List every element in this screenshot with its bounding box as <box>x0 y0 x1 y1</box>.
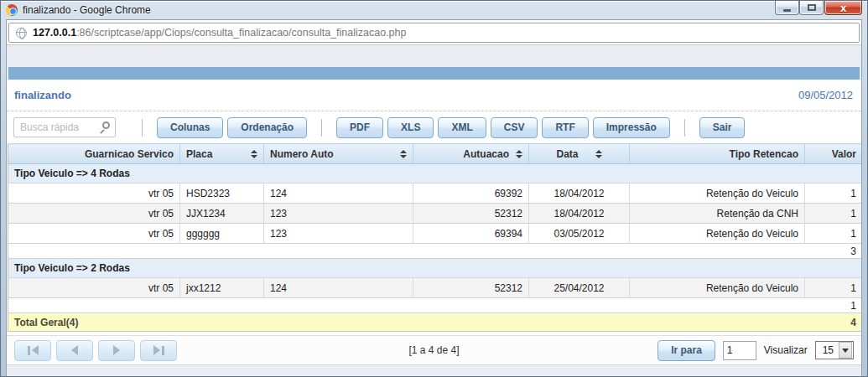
window-controls: x <box>775 1 862 19</box>
table-row: vtr 05 gggggg 123 69394 03/05/2012 Reten… <box>8 224 863 244</box>
next-page-icon <box>113 345 120 355</box>
column-header-data[interactable]: Data <box>529 144 630 164</box>
close-icon: x <box>840 3 846 13</box>
xls-button[interactable]: XLS <box>387 117 434 138</box>
sort-icon[interactable] <box>251 150 257 158</box>
globe-icon <box>16 28 27 39</box>
chevron-down-icon[interactable] <box>839 342 852 359</box>
page-top-band <box>7 45 861 67</box>
table-header-row: Guarnicao Servico Placa Numero Auto Autu… <box>8 144 863 164</box>
page-size-label: Visualizar <box>764 344 808 356</box>
last-page-icon <box>153 345 160 355</box>
sort-icon[interactable] <box>595 150 602 158</box>
page-size-select[interactable]: 15 <box>815 341 854 359</box>
url-bar: 127.0.0.1:86/scriptcase/app/Ciops/consul… <box>7 20 861 45</box>
header-date: 09/05/2012 <box>798 89 853 101</box>
print-button[interactable]: Impressão <box>593 117 670 138</box>
maximize-icon <box>808 4 816 11</box>
title-bar: finalizando - Google Chrome x <box>1 1 867 19</box>
sorting-button[interactable]: Ordenação <box>227 117 307 138</box>
minimize-icon <box>783 9 791 12</box>
first-page-icon <box>32 345 39 355</box>
page-bottom-band <box>7 365 861 376</box>
group-subtotal-row: 1 <box>8 298 863 313</box>
group-subtotal-row: 3 <box>8 244 863 259</box>
column-header-placa[interactable]: Placa <box>180 144 264 164</box>
app-area: finalizando 09/05/2012 Colunas Ordenação… <box>7 80 861 376</box>
app-header: finalizando 09/05/2012 <box>7 80 861 111</box>
sort-icon[interactable] <box>400 150 407 158</box>
address-box[interactable]: 127.0.0.1:86/scriptcase/app/Ciops/consul… <box>8 23 860 43</box>
csv-button[interactable]: CSV <box>491 117 538 138</box>
xml-button[interactable]: XML <box>438 117 486 138</box>
url-text: 127.0.0.1:86/scriptcase/app/Ciops/consul… <box>33 27 406 39</box>
minimize-button[interactable] <box>775 1 799 15</box>
previous-page-button[interactable] <box>56 340 93 361</box>
previous-page-icon <box>71 345 78 355</box>
first-page-button[interactable] <box>14 340 51 361</box>
toolbar-divider <box>684 119 685 137</box>
grand-total-row: Total Geral(4) 4 <box>8 313 863 332</box>
search-input[interactable] <box>13 117 116 137</box>
last-page-button[interactable] <box>140 340 177 361</box>
grand-total-value: 4 <box>805 313 863 332</box>
toolbar-divider <box>321 119 322 137</box>
close-button[interactable]: x <box>824 1 862 15</box>
maximize-button[interactable] <box>799 1 824 15</box>
browser-content: 127.0.0.1:86/scriptcase/app/Ciops/consul… <box>6 19 862 376</box>
browser-window: finalizando - Google Chrome x 127.0.0.1:… <box>0 0 868 377</box>
table-row: vtr 05 HSD2323 124 69392 18/04/2012 Rete… <box>8 183 863 204</box>
group-subtotal-value: 3 <box>805 244 863 259</box>
page-size-value: 15 <box>816 344 839 356</box>
accent-bar <box>8 67 860 80</box>
window-title: finalizando - Google Chrome <box>23 4 151 16</box>
url-host: 127.0.0.1 <box>33 27 76 39</box>
pagination-bar: [1 a 4 de 4] Ir para Visualizar 15 <box>7 335 861 365</box>
next-page-button[interactable] <box>98 340 135 361</box>
table-row: vtr 05 JJX1234 123 52312 18/04/2012 Rete… <box>8 204 863 224</box>
columns-button[interactable]: Colunas <box>157 117 223 138</box>
url-path: :86/scriptcase/app/Ciops/consulta_finali… <box>76 27 406 39</box>
column-header-guarnicao: Guarnicao Servico <box>8 144 180 164</box>
record-range-label: [1 a 4 de 4] <box>408 344 459 356</box>
grand-total-label: Total Geral(4) <box>8 313 805 332</box>
quick-search <box>13 117 116 137</box>
column-header-tipo-retencao: Tipo Retencao <box>630 144 805 164</box>
toolbar-divider <box>142 119 143 137</box>
column-header-autuacao[interactable]: Autuacao <box>413 144 529 164</box>
search-icon[interactable] <box>102 121 110 129</box>
sort-icon[interactable] <box>516 150 522 158</box>
pdf-button[interactable]: PDF <box>336 117 383 138</box>
go-to-page-input[interactable] <box>723 341 756 360</box>
column-header-valor: Valor <box>805 144 863 164</box>
go-to-button[interactable]: Ir para <box>657 340 715 361</box>
exit-button[interactable]: Sair <box>699 117 746 138</box>
column-header-numero-auto[interactable]: Numero Auto <box>264 144 413 164</box>
group-header-2-rodas: Tipo Veiculo => 2 Rodas <box>8 259 863 278</box>
group-header-4-rodas: Tipo Veiculo => 4 Rodas <box>8 164 863 183</box>
table-row: vtr 05 jxx1212 124 52312 25/04/2012 Rete… <box>8 278 863 298</box>
pagination-controls: Ir para Visualizar 15 <box>657 340 854 361</box>
rtf-button[interactable]: RTF <box>542 117 588 138</box>
chrome-icon <box>6 4 18 16</box>
toolbar: Colunas Ordenação PDF XLS XML CSV RTF Im… <box>7 111 861 143</box>
group-subtotal-value: 1 <box>805 298 863 313</box>
page-title: finalizando <box>14 89 71 101</box>
results-table: Guarnicao Servico Placa Numero Auto Autu… <box>8 143 862 332</box>
